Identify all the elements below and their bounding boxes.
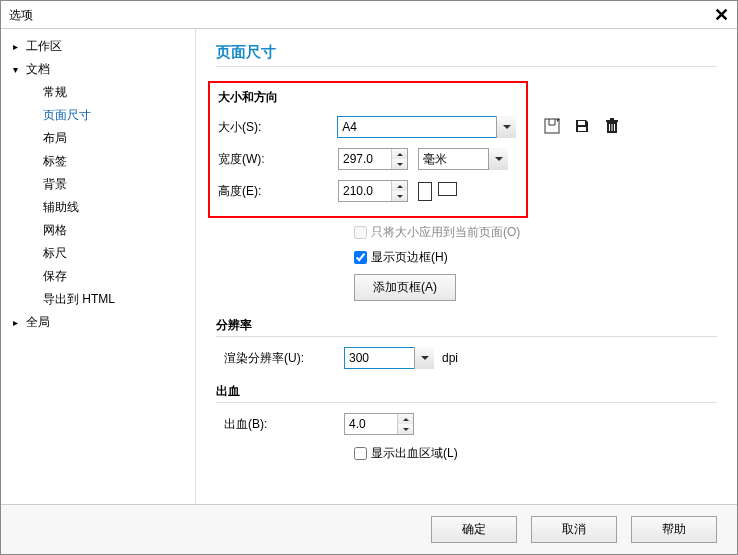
sidebar-item-label[interactable]: 标签 — [1, 150, 195, 173]
sidebar-item-general[interactable]: 常规 — [1, 81, 195, 104]
render-res-combo[interactable] — [344, 347, 434, 369]
sidebar-item-document[interactable]: 文档 — [1, 58, 195, 81]
sidebar-item-workspace[interactable]: 工作区 — [1, 35, 195, 58]
orientation-group — [418, 182, 457, 201]
checkbox-label[interactable]: 显示页边框(H) — [371, 249, 448, 266]
checkbox-label[interactable]: 显示出血区域(L) — [371, 445, 458, 462]
close-icon[interactable]: ✕ — [714, 1, 729, 29]
sidebar-item-background[interactable]: 背景 — [1, 173, 195, 196]
titlebar: 选项 ✕ — [1, 1, 737, 29]
footer: 确定 取消 帮助 — [1, 504, 737, 554]
checkbox-input[interactable] — [354, 447, 367, 460]
unit-combo[interactable] — [418, 148, 508, 170]
row-width: 宽度(W): — [210, 148, 516, 170]
size-orientation-group: 大小和方向 大小(S): 宽度(W): — [208, 81, 528, 218]
checkbox-show-bleed-area[interactable]: 显示出血区域(L) — [354, 445, 717, 462]
section-header-size: 大小和方向 — [210, 89, 516, 116]
tree-label: 文档 — [26, 62, 50, 76]
trash-icon[interactable] — [600, 115, 624, 137]
sidebar-item-layout[interactable]: 布局 — [1, 127, 195, 150]
height-spinner[interactable] — [338, 180, 408, 202]
help-button[interactable]: 帮助 — [631, 516, 717, 543]
svg-rect-0 — [545, 119, 559, 133]
checkbox-input[interactable] — [354, 251, 367, 264]
spin-down-icon[interactable] — [392, 191, 407, 201]
checkbox-input — [354, 226, 367, 239]
svg-rect-2 — [578, 127, 586, 131]
sidebar-item-export-html[interactable]: 导出到 HTML — [1, 288, 195, 311]
spin-down-icon[interactable] — [392, 159, 407, 169]
sidebar-tree: 工作区 文档 常规 页面尺寸 布局 标签 背景 辅助线 网格 标尺 保存 导出到… — [1, 29, 196, 504]
svg-rect-5 — [610, 118, 614, 120]
content-area: 工作区 文档 常规 页面尺寸 布局 标签 背景 辅助线 网格 标尺 保存 导出到… — [1, 29, 737, 504]
svg-rect-1 — [578, 121, 585, 125]
orientation-portrait[interactable] — [418, 182, 432, 201]
window-title: 选项 — [9, 1, 33, 29]
svg-rect-4 — [606, 120, 618, 122]
dropdown-arrow-icon[interactable] — [496, 116, 516, 138]
bleed-spinner[interactable] — [344, 413, 414, 435]
orientation-landscape[interactable] — [438, 182, 457, 196]
add-frame-button[interactable]: 添加页框(A) — [354, 274, 456, 301]
svg-rect-6 — [609, 124, 610, 131]
save-preset-icon[interactable] — [540, 115, 564, 137]
height-input[interactable] — [339, 181, 391, 201]
chevron-down-icon[interactable] — [13, 62, 23, 76]
chevron-right-icon[interactable] — [13, 315, 23, 329]
svg-rect-8 — [614, 124, 615, 131]
cancel-button[interactable]: 取消 — [531, 516, 617, 543]
label-render-res: 渲染分辨率(U): — [224, 350, 344, 367]
checkbox-label: 只将大小应用到当前页面(O) — [371, 224, 520, 241]
sidebar-item-page-size[interactable]: 页面尺寸 — [1, 104, 195, 127]
row-bleed: 出血(B): — [216, 413, 717, 435]
page-title: 页面尺寸 — [216, 43, 717, 67]
label-width: 宽度(W): — [218, 151, 338, 168]
spin-down-icon[interactable] — [398, 424, 413, 434]
size-combo[interactable] — [337, 116, 516, 138]
width-input[interactable] — [339, 149, 391, 169]
dropdown-arrow-icon[interactable] — [414, 347, 434, 369]
dropdown-arrow-icon[interactable] — [488, 148, 508, 170]
row-render-res: 渲染分辨率(U): dpi — [216, 347, 717, 369]
size-input[interactable] — [337, 116, 516, 138]
sidebar-item-global[interactable]: 全局 — [1, 311, 195, 334]
row-size: 大小(S): — [210, 116, 516, 138]
checkbox-apply-current-only: 只将大小应用到当前页面(O) — [354, 224, 717, 241]
section-header-resolution: 分辨率 — [216, 317, 717, 337]
row-height: 高度(E): — [210, 180, 516, 202]
tree-label: 全局 — [26, 315, 50, 329]
label-size: 大小(S): — [218, 119, 337, 136]
width-spinner[interactable] — [338, 148, 408, 170]
chevron-right-icon[interactable] — [13, 39, 23, 53]
sidebar-item-save[interactable]: 保存 — [1, 265, 195, 288]
main-panel: 页面尺寸 大小和方向 大小(S): 宽度(W): — [196, 29, 737, 504]
section-header-bleed: 出血 — [216, 383, 717, 403]
sidebar-item-grid[interactable]: 网格 — [1, 219, 195, 242]
bleed-input[interactable] — [345, 414, 397, 434]
svg-rect-7 — [612, 124, 613, 131]
checkbox-show-page-frame[interactable]: 显示页边框(H) — [354, 249, 717, 266]
label-height: 高度(E): — [218, 183, 338, 200]
floppy-save-icon[interactable] — [570, 115, 594, 137]
sidebar-item-ruler[interactable]: 标尺 — [1, 242, 195, 265]
spin-up-icon[interactable] — [398, 414, 413, 424]
label-dpi: dpi — [442, 351, 458, 365]
ok-button[interactable]: 确定 — [431, 516, 517, 543]
spin-up-icon[interactable] — [392, 149, 407, 159]
label-bleed: 出血(B): — [224, 416, 344, 433]
spin-up-icon[interactable] — [392, 181, 407, 191]
tree-label: 工作区 — [26, 39, 62, 53]
sidebar-item-guidelines[interactable]: 辅助线 — [1, 196, 195, 219]
